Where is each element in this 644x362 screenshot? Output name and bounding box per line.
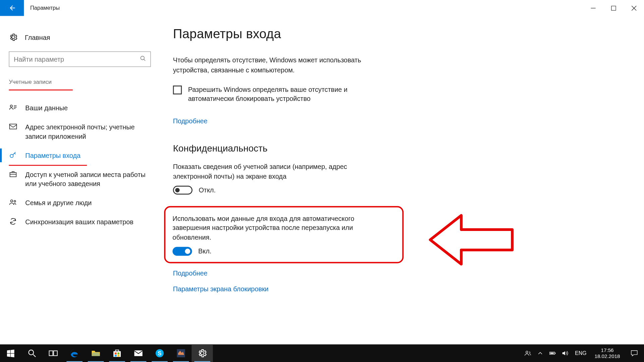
start-button[interactable] xyxy=(0,344,21,362)
sidebar-item-label: Параметры входа xyxy=(25,151,80,160)
minimize-button[interactable] xyxy=(583,0,603,16)
mail-icon xyxy=(133,348,143,358)
taskbar-app-skype[interactable]: S xyxy=(149,344,170,362)
taskbar-search[interactable] xyxy=(21,344,42,362)
svg-rect-19 xyxy=(550,353,554,354)
maximize-button[interactable] xyxy=(603,0,624,16)
tray-people[interactable] xyxy=(522,350,534,357)
skype-icon: S xyxy=(155,348,164,358)
svg-rect-5 xyxy=(10,173,16,177)
sidebar-item-label: Адрес электронной почты; учетные записи … xyxy=(25,122,151,141)
edge-icon xyxy=(70,348,79,358)
tray-clock[interactable]: 17:56 18.02.2018 xyxy=(590,347,625,360)
battery-icon xyxy=(549,350,556,357)
briefcase-icon xyxy=(9,170,17,178)
task-view-icon xyxy=(48,348,58,358)
task-view-button[interactable] xyxy=(43,344,64,362)
sidebar-item-label: Синхронизация ваших параметров xyxy=(25,217,133,227)
auto-finish-setup-label: Использовать мои данные для входа для ав… xyxy=(172,214,381,242)
taskbar-app-store[interactable] xyxy=(106,344,127,362)
tray-volume[interactable] xyxy=(559,350,572,357)
taskbar-app-mail[interactable] xyxy=(128,344,149,362)
titlebar: Параметры xyxy=(0,0,644,16)
person-card-icon xyxy=(9,103,17,112)
taskbar: S ENG xyxy=(0,344,644,362)
app-icon xyxy=(176,348,186,358)
store-icon xyxy=(112,348,122,358)
speaker-icon xyxy=(562,350,569,357)
highlighted-setting-box: Использовать мои данные для входа для ав… xyxy=(164,206,404,263)
people-icon xyxy=(525,350,532,357)
sidebar-item-email[interactable]: Адрес электронной почты; учетные записи … xyxy=(0,117,160,146)
svg-rect-10 xyxy=(54,351,57,356)
svg-point-6 xyxy=(11,200,13,202)
home-label: Главная xyxy=(25,34,50,41)
window-title: Параметры xyxy=(24,0,60,16)
toggle-state-label: Откл. xyxy=(199,186,216,193)
sidebar-item-work-school[interactable]: Доступ к учетной записи места работы или… xyxy=(0,165,160,193)
sidebar-item-signin-options[interactable]: Параметры входа xyxy=(0,146,160,165)
sidebar-item-label: Ваши данные xyxy=(25,103,68,113)
search-input[interactable] xyxy=(9,51,151,67)
notification-icon xyxy=(630,349,638,357)
sidebar-item-your-info[interactable]: Ваши данные xyxy=(0,99,160,118)
key-icon xyxy=(9,151,17,159)
svg-point-2 xyxy=(10,105,12,107)
svg-point-16 xyxy=(526,351,528,353)
svg-rect-18 xyxy=(555,353,556,354)
close-icon xyxy=(631,6,636,11)
sync-icon xyxy=(9,217,17,226)
taskbar-app-explorer[interactable] xyxy=(85,344,106,362)
sidebar-item-label: Семья и другие люди xyxy=(25,198,92,207)
maximize-icon xyxy=(611,6,616,11)
svg-rect-9 xyxy=(49,351,53,356)
minimize-icon xyxy=(591,6,596,11)
show-account-info-toggle[interactable] xyxy=(173,185,193,194)
page-title: Параметры входа xyxy=(173,26,644,41)
mail-icon xyxy=(9,122,17,131)
home-button[interactable]: Главная xyxy=(0,29,160,51)
folder-icon xyxy=(91,348,101,358)
main-content: Параметры входа Чтобы определять отсутст… xyxy=(160,16,644,345)
sidebar-item-family[interactable]: Семья и другие люди xyxy=(0,193,160,213)
svg-point-7 xyxy=(14,200,16,202)
auto-finish-setup-toggle[interactable] xyxy=(172,247,192,255)
chevron-up-icon xyxy=(537,350,544,357)
action-center-button[interactable] xyxy=(625,349,644,357)
tray-overflow[interactable] xyxy=(534,350,547,357)
learn-more-link-1[interactable]: Подробнее xyxy=(173,117,644,124)
svg-point-1 xyxy=(141,56,144,60)
presence-checkbox-label: Разрешить Windows определять ваше отсутс… xyxy=(188,84,374,104)
back-button[interactable] xyxy=(0,0,24,16)
windows-logo-icon xyxy=(6,348,15,358)
search-icon xyxy=(140,55,147,63)
arrow-left-large-icon xyxy=(426,211,514,268)
taskbar-app-generic[interactable] xyxy=(170,344,192,362)
learn-more-link-2[interactable]: Подробнее xyxy=(173,269,644,277)
tray-language[interactable]: ENG xyxy=(572,350,590,357)
presence-description: Чтобы определять отсутствие, Windows мож… xyxy=(173,55,386,75)
presence-checkbox[interactable] xyxy=(173,85,182,94)
gear-icon xyxy=(9,33,17,42)
people-icon xyxy=(9,198,17,206)
gear-icon xyxy=(197,348,207,358)
taskbar-app-edge[interactable] xyxy=(64,344,85,362)
svg-point-8 xyxy=(29,350,34,355)
svg-text:S: S xyxy=(158,350,161,357)
close-button[interactable] xyxy=(624,0,644,16)
tray-date: 18.02.2018 xyxy=(594,353,620,360)
arrow-left-icon xyxy=(8,4,16,12)
tray-battery[interactable] xyxy=(547,350,559,357)
annotation-arrow xyxy=(426,211,514,270)
toggle-state-label: Вкл. xyxy=(198,247,211,255)
svg-rect-0 xyxy=(611,6,615,10)
lockscreen-settings-link[interactable]: Параметры экрана блокировки xyxy=(173,285,644,292)
taskbar-app-settings[interactable] xyxy=(192,344,213,362)
category-label: Учетные записи xyxy=(9,78,72,90)
sidebar-item-label: Доступ к учетной записи места работы или… xyxy=(25,170,151,188)
search-icon xyxy=(27,348,37,358)
sidebar: Главная Учетные записи Ваши данные Адрес… xyxy=(0,16,160,345)
svg-rect-11 xyxy=(113,351,121,357)
svg-rect-3 xyxy=(10,124,17,129)
sidebar-item-sync[interactable]: Синхронизация ваших параметров xyxy=(0,212,160,231)
